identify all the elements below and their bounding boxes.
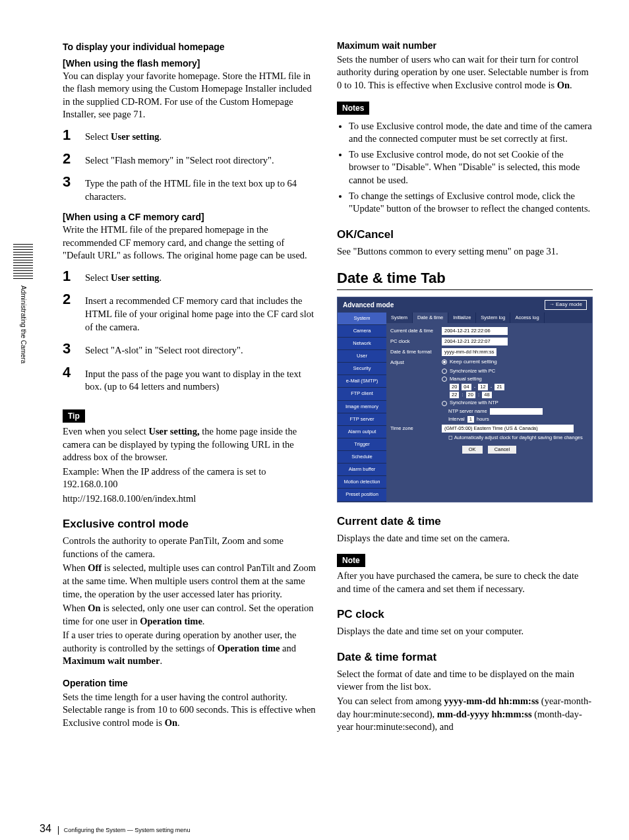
step-text: Select "Flash memory" in "Select root di… (85, 152, 318, 167)
sidebar-item-motion[interactable]: Motion detection (338, 476, 386, 489)
checkbox-dst[interactable]: ◻ Automatically adjust clock for dayligh… (448, 435, 583, 440)
input-ntp-server[interactable] (490, 408, 543, 415)
heading-operation-time: Operation time (63, 677, 318, 690)
step-num: 2 (63, 152, 75, 167)
easy-mode-button[interactable]: → Easy mode (545, 300, 587, 310)
shot-sidebar: System Camera Network User Security e-Ma… (338, 313, 386, 502)
tip-label: Tip (63, 409, 85, 423)
tip-para-1: Even when you select User setting, the h… (63, 425, 318, 464)
exc-para-3: When On is selected, only one user can c… (63, 602, 318, 628)
heading-cf-card: [When using a CF memory card] (63, 211, 318, 224)
tab-access-log[interactable]: Access log (510, 313, 544, 323)
tab-initialize[interactable]: Initialize (448, 313, 476, 323)
manual-time-selects: 22 : 20 : 48 (386, 391, 592, 399)
para-flash-intro: You can display your favorite homepage. … (63, 70, 318, 121)
heading-max-wait: Maximum wait number (337, 40, 593, 52)
cur-para: Displays the date and time set on the ca… (337, 532, 593, 545)
manual-date-selects: 2004 - 12 - 21 (386, 383, 592, 391)
fmt-para-1: Select the format of date and time to be… (337, 668, 593, 694)
label-current-date: Current date & time (390, 328, 438, 334)
value-pc-clock: 2004-12-21 22:22:07 (442, 338, 508, 345)
step-text: Select User setting. (85, 269, 318, 285)
step-text: Type the path of the HTML file in the te… (85, 175, 318, 203)
select-interval[interactable]: 1 (467, 416, 474, 423)
screenshot-date-time: Advanced mode → Easy mode System Camera … (337, 297, 593, 502)
sidebar-item-system[interactable]: System (338, 313, 386, 325)
footer-text: Configuring the System — System setting … (58, 826, 191, 834)
heading-date-time-tab: Date & time Tab (337, 268, 593, 290)
label-adjust: Adjust (390, 359, 438, 366)
step-num: 1 (63, 269, 75, 285)
side-tab-text: Administrating the Camera (18, 285, 28, 363)
value-current-date: 2004-12-21 22:22:06 (442, 327, 508, 335)
heading-flash-memory: [When using the flash memory] (63, 57, 318, 70)
heading-date-format: Date & time format (337, 650, 593, 665)
tip-para-2: Example: When the IP address of the came… (63, 465, 318, 491)
sidebar-item-user[interactable]: User (338, 350, 386, 363)
select-hour[interactable]: 22 (450, 392, 459, 398)
sidebar-item-ftp-client[interactable]: FTP client (338, 388, 386, 400)
okc-para: See "Buttons common to every setting men… (337, 245, 593, 258)
note-para: After you have purchased the camera, be … (337, 570, 593, 595)
heading-ok-cancel: OK/Cancel (337, 227, 593, 243)
notes-list: To use Exclusive control mode, the date … (349, 120, 593, 216)
side-tab-lines-icon (13, 244, 33, 280)
tab-date-time[interactable]: Date & time (413, 313, 448, 323)
steps-cf: 1 Select User setting. 2 Insert a recomm… (63, 269, 318, 394)
shot-tabs: System Date & time Initialize System log… (386, 313, 592, 323)
fmt-para-2: You can select from among yyyy-mm-dd hh:… (337, 695, 593, 734)
step-text: Select "A-slot" in "Select root director… (85, 342, 318, 357)
select-month[interactable]: 12 (478, 384, 487, 390)
sidebar-item-alarm-output[interactable]: Alarm output (338, 426, 386, 438)
step-text: Insert a recommended CF memory card that… (85, 292, 318, 334)
note-item: To use Exclusive control mode, the date … (349, 120, 593, 146)
select-date-format[interactable]: yyyy-mm-dd hh:mm:ss (442, 348, 496, 356)
right-column: Maximum wait number Sets the number of u… (337, 40, 593, 820)
sidebar-item-camera[interactable]: Camera (338, 325, 386, 338)
tab-system-log[interactable]: System log (476, 313, 510, 323)
radio-sync-ntp[interactable]: Synchronize with NTP (442, 400, 498, 405)
shot-title: Advanced mode (343, 301, 394, 310)
sidebar-item-email[interactable]: e-Mail (SMTP) (338, 375, 386, 388)
label-pc-clock: PC clock (390, 338, 438, 345)
radio-sync-pc[interactable]: Synchronize with PC (442, 368, 495, 374)
opt-para: Sets the time length for a user having t… (63, 691, 318, 730)
sidebar-item-trigger[interactable]: Trigger (338, 438, 386, 451)
select-year-lo[interactable]: 04 (462, 384, 471, 390)
sidebar-item-image-memory[interactable]: Image memory (338, 401, 386, 413)
radio-keep-current[interactable]: Keep current setting (442, 359, 497, 366)
note-item: To change the settings of Exclusive cont… (349, 190, 593, 216)
sidebar-item-security[interactable]: Security (338, 363, 386, 375)
step-num: 3 (63, 175, 75, 203)
exc-para-1: Controls the authority to operate PanTil… (63, 535, 318, 560)
select-minute[interactable]: 20 (466, 392, 475, 398)
tab-system[interactable]: System (386, 313, 413, 323)
step-num: 4 (63, 365, 75, 394)
step-text: Input the pass of the page you want to d… (85, 365, 318, 394)
step-num: 3 (63, 342, 75, 357)
select-second[interactable]: 48 (482, 392, 491, 398)
heading-pc-clock: PC clock (337, 607, 593, 622)
max-para: Sets the number of users who can wait fo… (337, 53, 593, 92)
step-text: Select User setting. (85, 128, 318, 144)
cancel-button[interactable]: Cancel (488, 446, 516, 454)
ok-button[interactable]: OK (462, 446, 483, 454)
sidebar-item-ftp-server[interactable]: FTP server (338, 413, 386, 426)
select-day[interactable]: 21 (494, 384, 504, 390)
sidebar-item-schedule[interactable]: Schedule (338, 451, 386, 464)
pc-para: Displays the date and time set on your c… (337, 625, 593, 638)
select-time-zone[interactable]: (GMT-05:00) Eastern Time (US & Canada) (442, 425, 574, 433)
note-label: Note (337, 554, 365, 567)
select-year-hi[interactable]: 20 (450, 384, 459, 390)
tip-para-3: http://192.168.0.100/en/index.html (63, 493, 318, 506)
exc-para-2: When Off is selected, multiple uses can … (63, 562, 318, 601)
radio-manual[interactable]: Manual setting (442, 376, 482, 382)
sidebar-item-alarm-buffer[interactable]: Alarm buffer (338, 464, 386, 476)
label-ntp-server: NTP server name (448, 408, 487, 414)
sidebar-item-network[interactable]: Network (338, 338, 386, 350)
steps-flash: 1 Select User setting. 2 Select "Flash m… (63, 128, 318, 203)
sidebar-item-preset[interactable]: Preset position (338, 489, 386, 501)
label-date-format: Date & time format (390, 349, 438, 355)
notes-label: Notes (337, 102, 369, 115)
exc-para-4: If a user tries to operate during operat… (63, 629, 318, 668)
